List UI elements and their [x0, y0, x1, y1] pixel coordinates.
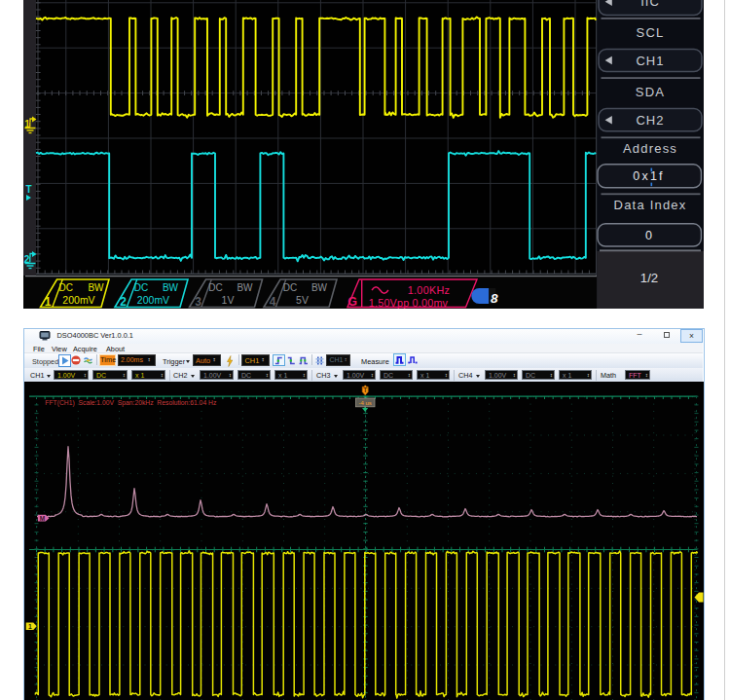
svg-text:T: T: [26, 184, 32, 195]
svg-text:0x1f: 0x1f: [633, 169, 664, 183]
svg-text:DC: DC: [208, 282, 222, 293]
svg-text:BW: BW: [163, 282, 179, 293]
svg-text:G: G: [347, 295, 357, 309]
svg-text:3: 3: [195, 295, 201, 309]
svg-text:IIC: IIC: [640, 0, 660, 9]
svg-text:BW: BW: [237, 282, 253, 293]
svg-text:1/2: 1/2: [640, 271, 658, 285]
svg-text:1.50Vpp 0.00mv: 1.50Vpp 0.00mv: [369, 297, 449, 309]
svg-text:0: 0: [645, 229, 652, 242]
svg-text:SCL: SCL: [637, 25, 665, 40]
svg-text:BW: BW: [88, 282, 104, 293]
svg-text:BW: BW: [311, 282, 328, 293]
svg-text:Data Index: Data Index: [614, 198, 687, 212]
svg-text:2: 2: [120, 295, 127, 309]
svg-text:5V: 5V: [296, 294, 309, 306]
svg-text:1: 1: [45, 295, 52, 309]
svg-text:CH1: CH1: [636, 54, 664, 68]
svg-text:1.00KHz: 1.00KHz: [408, 284, 451, 296]
svg-text:1V: 1V: [222, 294, 235, 306]
svg-text:200mV: 200mV: [137, 294, 169, 306]
svg-text:Address: Address: [623, 141, 677, 156]
svg-text:8: 8: [491, 291, 498, 306]
svg-text:200mV: 200mV: [62, 294, 94, 306]
svg-text:SDA: SDA: [636, 85, 665, 99]
svg-text:4: 4: [270, 295, 276, 309]
svg-text:DC: DC: [134, 282, 148, 293]
svg-text:DC: DC: [58, 282, 72, 293]
svg-text:CH2: CH2: [636, 113, 664, 128]
svg-text:DC: DC: [283, 282, 297, 293]
